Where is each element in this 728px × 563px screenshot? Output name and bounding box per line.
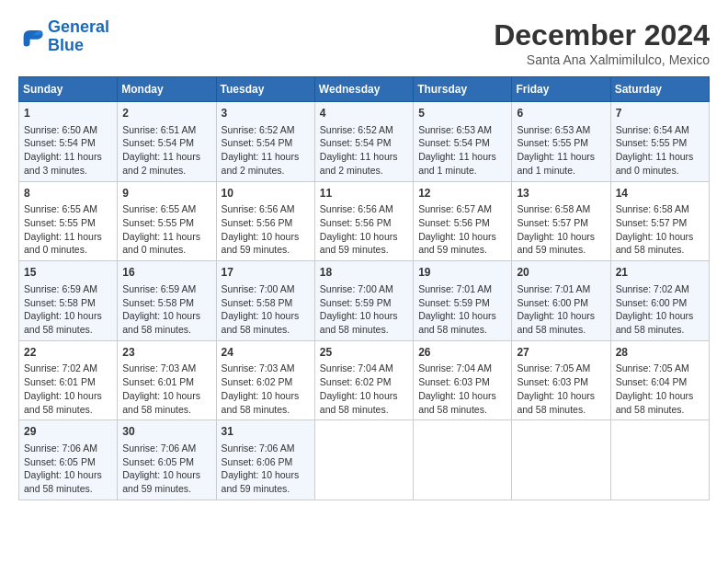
cell-info-line: Daylight: 10 hours	[616, 389, 704, 403]
title-block: December 2024 Santa Ana Xalmimilulco, Me…	[494, 18, 710, 67]
calendar-cell: 20Sunrise: 7:01 AMSunset: 6:00 PMDayligh…	[512, 261, 610, 341]
cell-info-line: and 58 minutes.	[418, 323, 506, 337]
cell-info-line: and 58 minutes.	[418, 403, 506, 417]
cell-info-line: Daylight: 10 hours	[122, 309, 210, 323]
day-number: 1	[24, 106, 112, 121]
day-number: 4	[320, 106, 408, 121]
cell-info-line: Sunrise: 7:05 AM	[517, 362, 605, 375]
cell-info-line: Sunset: 5:59 PM	[418, 296, 506, 310]
calendar-cell: 2Sunrise: 6:51 AMSunset: 5:54 PMDaylight…	[118, 102, 216, 182]
calendar-cell: 12Sunrise: 6:57 AMSunset: 5:56 PMDayligh…	[414, 181, 512, 261]
cell-info-line: and 58 minutes.	[24, 482, 112, 496]
cell-info-line: Sunrise: 6:54 AM	[616, 123, 704, 137]
cell-info-line: Sunrise: 7:03 AM	[122, 362, 210, 375]
cell-info-line: Sunrise: 6:59 AM	[24, 282, 112, 296]
cell-info-line: Sunrise: 6:57 AM	[418, 202, 506, 216]
cell-info-line: Sunset: 5:54 PM	[418, 136, 506, 150]
cell-info-line: and 58 minutes.	[222, 323, 310, 337]
calendar-cell: 6Sunrise: 6:53 AMSunset: 5:55 PMDaylight…	[512, 102, 610, 182]
cell-info-line: Sunrise: 7:06 AM	[122, 442, 210, 455]
calendar-cell: 19Sunrise: 7:01 AMSunset: 5:59 PMDayligh…	[414, 261, 512, 341]
calendar-cell: 5Sunrise: 6:53 AMSunset: 5:54 PMDaylight…	[414, 102, 512, 182]
cell-info-line: Sunrise: 7:04 AM	[418, 362, 506, 375]
calendar-body: 1Sunrise: 6:50 AMSunset: 5:54 PMDaylight…	[19, 102, 710, 500]
calendar-cell: 16Sunrise: 6:59 AMSunset: 5:58 PMDayligh…	[118, 261, 216, 341]
cell-info-line: Sunset: 5:57 PM	[517, 216, 605, 230]
cell-info-line: Sunset: 5:57 PM	[616, 216, 704, 230]
day-number: 22	[24, 345, 112, 361]
calendar-cell: 28Sunrise: 7:05 AMSunset: 6:04 PMDayligh…	[610, 340, 709, 420]
calendar-cell: 25Sunrise: 7:04 AMSunset: 6:02 PMDayligh…	[314, 340, 413, 420]
cell-info-line: Sunrise: 7:06 AM	[222, 442, 310, 455]
cell-info-line: Daylight: 11 hours	[122, 150, 210, 164]
cell-info-line: Daylight: 10 hours	[24, 468, 112, 482]
calendar-cell: 18Sunrise: 7:00 AMSunset: 5:59 PMDayligh…	[314, 261, 413, 341]
calendar-week-row: 22Sunrise: 7:02 AMSunset: 6:01 PMDayligh…	[19, 340, 710, 420]
calendar-cell: 8Sunrise: 6:55 AMSunset: 5:55 PMDaylight…	[19, 181, 118, 261]
cell-info-line: Daylight: 10 hours	[122, 468, 210, 482]
cell-info-line: and 59 minutes.	[222, 243, 310, 257]
calendar-cell	[414, 420, 512, 500]
cell-info-line: Sunrise: 7:05 AM	[616, 362, 704, 375]
cell-info-line: and 58 minutes.	[24, 323, 112, 337]
cell-info-line: Sunset: 5:54 PM	[320, 136, 408, 150]
month-title: December 2024	[494, 18, 710, 52]
day-number: 3	[222, 106, 310, 121]
logo-icon	[18, 24, 44, 50]
calendar-cell	[610, 420, 709, 500]
calendar-cell: 17Sunrise: 7:00 AMSunset: 5:58 PMDayligh…	[216, 261, 314, 341]
cell-info-line: and 58 minutes.	[222, 403, 310, 417]
cell-info-line: Sunset: 6:03 PM	[517, 375, 605, 389]
cell-info-line: Daylight: 10 hours	[418, 230, 506, 244]
day-number: 31	[222, 424, 310, 440]
cell-info-line: Daylight: 10 hours	[24, 309, 112, 323]
calendar-table: SundayMondayTuesdayWednesdayThursdayFrid…	[18, 76, 710, 500]
cell-info-line: Daylight: 10 hours	[222, 230, 310, 244]
day-number: 10	[222, 186, 310, 201]
day-number: 27	[517, 345, 605, 361]
cell-info-line: and 59 minutes.	[222, 482, 310, 496]
day-number: 12	[418, 186, 506, 201]
calendar-cell: 15Sunrise: 6:59 AMSunset: 5:58 PMDayligh…	[19, 261, 118, 341]
day-number: 14	[616, 186, 704, 201]
cell-info-line: Sunrise: 6:58 AM	[616, 202, 704, 216]
weekday-header-friday: Friday	[512, 77, 610, 102]
cell-info-line: Sunrise: 7:02 AM	[24, 362, 112, 375]
cell-info-line: Sunset: 5:56 PM	[222, 216, 310, 230]
day-number: 11	[320, 186, 408, 201]
weekday-header-wednesday: Wednesday	[314, 77, 413, 102]
cell-info-line: and 2 minutes.	[320, 164, 408, 178]
cell-info-line: Sunset: 6:00 PM	[517, 296, 605, 310]
cell-info-line: and 2 minutes.	[222, 164, 310, 178]
calendar-cell: 22Sunrise: 7:02 AMSunset: 6:01 PMDayligh…	[19, 340, 118, 420]
calendar-cell: 10Sunrise: 6:56 AMSunset: 5:56 PMDayligh…	[216, 181, 314, 261]
day-number: 19	[418, 265, 506, 281]
cell-info-line: Sunset: 5:58 PM	[222, 296, 310, 310]
cell-info-line: Daylight: 11 hours	[418, 150, 506, 164]
cell-info-line: Sunrise: 6:56 AM	[222, 202, 310, 216]
cell-info-line: Sunrise: 7:00 AM	[320, 282, 408, 296]
cell-info-line: Daylight: 10 hours	[24, 389, 112, 403]
day-number: 15	[24, 265, 112, 281]
cell-info-line: Daylight: 11 hours	[24, 230, 112, 244]
cell-info-line: and 58 minutes.	[122, 323, 210, 337]
cell-info-line: Daylight: 10 hours	[517, 309, 605, 323]
cell-info-line: and 1 minute.	[418, 164, 506, 178]
calendar-cell: 3Sunrise: 6:52 AMSunset: 5:54 PMDaylight…	[216, 102, 314, 182]
cell-info-line: Sunset: 6:06 PM	[222, 455, 310, 469]
cell-info-line: Sunset: 6:01 PM	[122, 375, 210, 389]
day-number: 8	[24, 186, 112, 201]
cell-info-line: Daylight: 11 hours	[122, 230, 210, 244]
cell-info-line: Daylight: 10 hours	[122, 389, 210, 403]
day-number: 17	[222, 265, 310, 281]
cell-info-line: Sunset: 5:54 PM	[222, 136, 310, 150]
calendar-cell: 13Sunrise: 6:58 AMSunset: 5:57 PMDayligh…	[512, 181, 610, 261]
day-number: 16	[122, 265, 210, 281]
cell-info-line: Sunrise: 7:03 AM	[222, 362, 310, 375]
cell-info-line: Sunrise: 6:55 AM	[122, 202, 210, 216]
cell-info-line: and 58 minutes.	[517, 323, 605, 337]
cell-info-line: Daylight: 10 hours	[418, 309, 506, 323]
calendar-cell: 27Sunrise: 7:05 AMSunset: 6:03 PMDayligh…	[512, 340, 610, 420]
location-subtitle: Santa Ana Xalmimilulco, Mexico	[494, 52, 710, 67]
calendar-cell: 9Sunrise: 6:55 AMSunset: 5:55 PMDaylight…	[118, 181, 216, 261]
